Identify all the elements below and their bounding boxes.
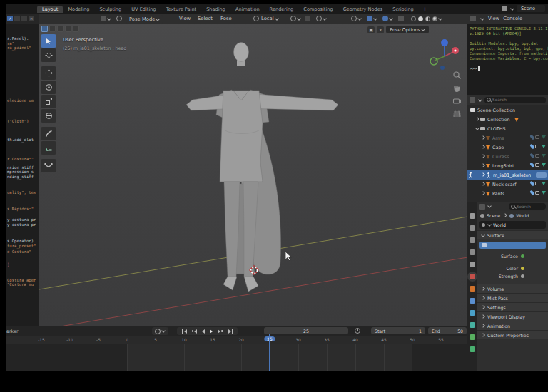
socket-shader-icon[interactable] xyxy=(521,254,524,258)
outliner-row-scene-collection[interactable]: Scene Collection xyxy=(467,105,548,115)
tab-modifiers-icon[interactable] xyxy=(470,298,475,304)
proportional-editing-selector[interactable] xyxy=(316,14,327,24)
transform-orientation-selector[interactable]: Local xyxy=(253,14,279,24)
console-menu-view[interactable]: View xyxy=(488,16,499,21)
filter-icon[interactable] xyxy=(470,97,475,103)
outliner-row-pants[interactable]: Pants xyxy=(467,189,548,198)
workspace-tab-geometry-nodes[interactable]: Geometry Nodes xyxy=(338,6,388,13)
ortho-grid-icon[interactable] xyxy=(452,109,462,118)
frame-start-field[interactable]: Start1 xyxy=(371,327,425,334)
panel-mist-pass[interactable]: Mist Pass xyxy=(477,293,548,302)
zoom-icon[interactable] xyxy=(452,71,462,80)
current-frame-field[interactable]: 25 xyxy=(264,327,348,334)
jump-to-end-button[interactable] xyxy=(226,329,235,334)
console-menu-console[interactable]: Console xyxy=(503,16,522,21)
tool-move[interactable] xyxy=(41,66,56,80)
frame-end-field[interactable]: End50 xyxy=(428,327,467,334)
tool-pose-breakdowner[interactable] xyxy=(41,159,56,172)
timeline-tracks[interactable] xyxy=(6,344,467,371)
breadcrumb-world[interactable]: World xyxy=(516,213,529,218)
play-button[interactable] xyxy=(208,329,215,334)
tool-select-box[interactable] xyxy=(41,34,56,48)
workspace-tab-animation[interactable]: Animation xyxy=(230,6,265,13)
xray-toggle[interactable] xyxy=(398,14,404,24)
outliner-row-cloths[interactable]: CLOTHS xyxy=(467,124,548,133)
panel-viewport-display[interactable]: Viewport Display xyxy=(477,311,548,321)
background-node-selector[interactable] xyxy=(480,242,546,249)
python-console[interactable]: PYTHON INTERACTIVE CONSOLE 3.11.11 v.192… xyxy=(467,24,548,95)
outliner-row-neck-scarf[interactable]: Neck scarf xyxy=(467,180,548,189)
workspace-tab-uv-editing[interactable]: UV Editing xyxy=(126,6,161,13)
outliner-row-cape[interactable]: Cape xyxy=(467,143,548,152)
tab-object-icon[interactable] xyxy=(470,286,475,292)
tool-rotate[interactable] xyxy=(41,81,56,94)
overlays-toggle[interactable] xyxy=(382,14,393,24)
tool-scale[interactable] xyxy=(41,95,56,108)
camera-view-icon[interactable] xyxy=(452,96,462,105)
editor-type-button[interactable] xyxy=(101,14,111,24)
grid-toggle-icon[interactable]: ▣ xyxy=(367,26,375,33)
outliner-search-input[interactable]: Search xyxy=(484,97,546,103)
marker-menu[interactable]: arker xyxy=(6,329,19,334)
panel-settings[interactable]: Settings xyxy=(477,302,548,311)
outliner-row-arms[interactable]: Arms xyxy=(467,133,548,143)
tool-option-icon[interactable] xyxy=(65,26,71,32)
outliner-row-collection[interactable]: Collection xyxy=(467,115,548,124)
world-datablock-selector[interactable]: World xyxy=(480,221,546,229)
playhead[interactable] xyxy=(269,334,270,371)
pan-hand-icon[interactable] xyxy=(452,83,462,93)
workspace-tab-rendering[interactable]: Rendering xyxy=(265,6,299,13)
workspace-tab-compositing[interactable]: Compositing xyxy=(298,6,338,13)
workspace-tab-sculpting[interactable]: Sculpting xyxy=(94,6,126,13)
tool-option-icon[interactable] xyxy=(41,26,48,32)
menu-select[interactable]: Select xyxy=(198,14,213,24)
properties-search-input[interactable]: Search xyxy=(509,203,546,210)
outliner-row-skeleton-selected[interactable]: m_ia01_skeleton xyxy=(467,170,548,180)
workspace-tab-shading[interactable]: Shading xyxy=(201,6,230,13)
tab-scene-icon[interactable] xyxy=(470,262,475,267)
navigation-gizmo[interactable] xyxy=(429,37,460,74)
console-prompt[interactable]: >>> xyxy=(470,66,548,71)
panel-custom-properties[interactable]: Custom Properties xyxy=(477,330,548,339)
outliner-row-longshirt[interactable]: LongShirt xyxy=(467,161,548,170)
prev-keyframe-button[interactable] xyxy=(190,329,200,334)
tab-render-icon[interactable] xyxy=(470,225,475,231)
new-text-icon[interactable] xyxy=(14,16,20,21)
outliner-row-cuirass[interactable]: Cuirass xyxy=(467,152,548,161)
socket-value-icon[interactable] xyxy=(521,274,524,278)
tab-object-data-icon[interactable] xyxy=(470,346,475,352)
editor-type-icon[interactable] xyxy=(480,204,485,210)
timeline-ruler[interactable]: -15 -10 -5 0 5 10 15 20 25 30 35 40 45 5… xyxy=(6,336,467,344)
workspace-tab-texture-paint[interactable]: Texture Paint xyxy=(161,6,202,13)
text-checkmark-icon[interactable]: ✓ xyxy=(7,16,13,21)
workspace-tab-modeling[interactable]: Modeling xyxy=(63,6,94,13)
tool-option-icon[interactable] xyxy=(49,26,56,32)
workspace-tab-scripting[interactable]: Scripting xyxy=(387,6,418,13)
close-toggle-icon[interactable]: × xyxy=(377,26,384,33)
tab-constraints-icon[interactable] xyxy=(470,334,475,340)
tab-world-icon[interactable] xyxy=(470,274,475,279)
workspace-tab-layout[interactable]: Layout xyxy=(37,6,63,13)
panel-volume[interactable]: Volume xyxy=(477,284,548,293)
breadcrumb-scene[interactable]: Scene xyxy=(487,213,500,218)
panel-animation[interactable]: Animation xyxy=(477,321,548,330)
tool-option-icon[interactable] xyxy=(73,26,79,32)
tab-physics-icon[interactable] xyxy=(470,322,475,328)
mode-selector[interactable]: Pose Mode xyxy=(126,15,163,24)
menu-view[interactable]: View xyxy=(179,14,191,24)
snap-magnet-icon[interactable] xyxy=(305,14,310,24)
play-reverse-button[interactable] xyxy=(200,329,207,334)
pose-options-button[interactable]: Pose Options xyxy=(386,26,429,33)
viewport-canvas[interactable]: User Perspective (25) m_ia01_skeleton : … xyxy=(39,24,467,326)
editor-type-icon[interactable] xyxy=(470,16,476,21)
close-icon[interactable]: × xyxy=(29,16,34,21)
tool-option-icon[interactable] xyxy=(57,26,64,32)
socket-color-icon[interactable] xyxy=(521,267,524,270)
tab-output-icon[interactable] xyxy=(470,237,475,243)
open-folder-icon[interactable] xyxy=(21,16,27,21)
jump-to-start-button[interactable] xyxy=(180,329,189,334)
tab-tool-icon[interactable] xyxy=(470,213,475,219)
auto-keying-toggle[interactable] xyxy=(152,327,168,335)
clock-icon[interactable] xyxy=(355,328,360,334)
pivot-point-selector[interactable] xyxy=(290,14,301,24)
